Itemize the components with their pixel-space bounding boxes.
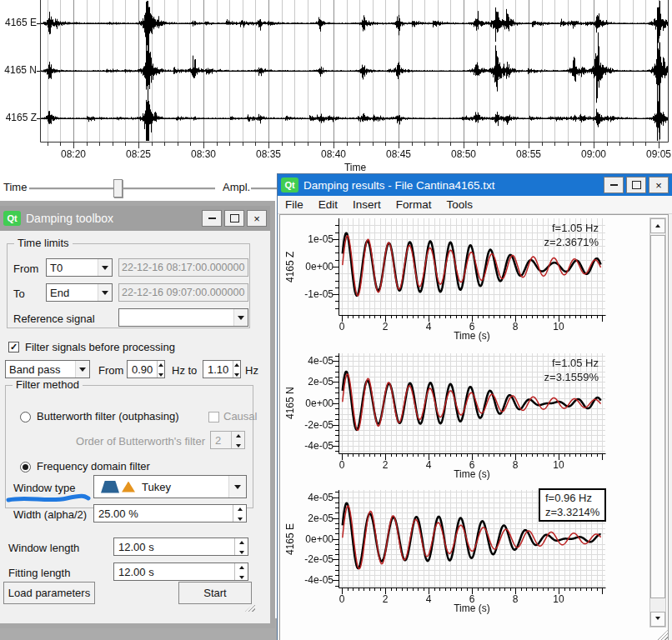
minimize-button[interactable]	[604, 177, 624, 193]
minimize-icon	[208, 218, 216, 219]
time-slider-handle[interactable]	[113, 179, 123, 198]
frequency-domain-label: Frequency domain filter	[37, 460, 150, 472]
arrow-down-icon	[655, 617, 660, 622]
application-screen: 4165 E4165 N4165 Z08:2008:2508:3008:3508…	[0, 0, 672, 640]
butterworth-order-label: Order of Butterworth's filter	[75, 435, 205, 448]
arrow-up-icon	[655, 222, 660, 228]
highlight-underline-annotation	[5, 493, 92, 505]
menu-item-tools[interactable]: Tools	[439, 198, 481, 211]
chevron-down-icon[interactable]	[233, 309, 248, 326]
scroll-up-button[interactable]	[650, 218, 665, 233]
spin-down-icon[interactable]	[235, 548, 248, 557]
low-frequency-spinbox[interactable]: 0.90	[127, 360, 165, 378]
reference-signal-combo[interactable]	[118, 308, 248, 327]
toolbox-title: Damping toolbox	[26, 212, 202, 225]
start-button[interactable]: Start	[178, 582, 252, 604]
menu-item-format[interactable]: Format	[389, 198, 439, 211]
vertical-scrollbar[interactable]	[649, 218, 666, 628]
window-type-combo[interactable]: Tukey	[93, 475, 247, 498]
from-combo-value: T0	[47, 259, 98, 276]
spin-up-icon[interactable]	[235, 538, 248, 548]
menu-item-file[interactable]: File	[278, 198, 311, 211]
frequency-domain-radio[interactable]	[20, 462, 31, 472]
triangle-window-icon	[122, 482, 135, 492]
menu-item-insert[interactable]: Insert	[345, 198, 389, 211]
high-frequency-spinbox[interactable]: 1.10	[203, 360, 241, 378]
spin-down-icon[interactable]	[233, 514, 246, 523]
width-alpha-value: 25.00 %	[94, 505, 233, 522]
ampl-slider-label: Ampl.	[223, 181, 250, 193]
close-button[interactable]: ×	[247, 210, 267, 227]
reference-signal-label: Reference signal	[13, 312, 95, 325]
close-button[interactable]: ×	[649, 177, 669, 193]
fitting-length-spinbox[interactable]: 12.00 s	[113, 562, 248, 581]
spin-down-icon[interactable]	[235, 572, 248, 582]
spin-up-icon	[232, 432, 244, 441]
toolbox-content: Time limits From T0 22-12-16 08:17:00.00…	[0, 231, 270, 623]
fitting-length-value: 12.00 s	[114, 563, 234, 580]
scrollbar-thumb[interactable]	[650, 235, 665, 598]
band-from-label: From	[98, 364, 123, 377]
butterworth-order-value: 2	[211, 432, 231, 448]
from-datetime-field: 22-12-16 08:17:00.000000	[118, 258, 248, 277]
damping-plot-z-canvas	[325, 212, 615, 333]
butterworth-label: Butterworth filter (outphasing)	[37, 410, 179, 422]
scroll-down-button[interactable]	[650, 612, 665, 627]
damping-plot-n-canvas	[325, 347, 615, 472]
qt-logo-icon: Qt	[281, 178, 298, 192]
maximize-icon	[632, 181, 641, 189]
spin-up-icon[interactable]	[235, 563, 248, 572]
butterworth-radio[interactable]	[20, 412, 31, 422]
filter-type-combo[interactable]: Band pass	[5, 360, 90, 378]
fitting-length-label: Fitting length	[8, 567, 70, 579]
minimize-button[interactable]	[202, 210, 222, 227]
hz-unit-label: Hz	[245, 364, 258, 377]
spin-up-icon[interactable]	[233, 361, 240, 370]
menu-item-edit[interactable]: Edit	[311, 198, 345, 211]
filter-signals-checkbox[interactable]: ✓	[8, 342, 19, 352]
load-parameters-button[interactable]: Load parameters	[3, 582, 95, 604]
maximize-button[interactable]	[626, 177, 646, 193]
width-alpha-spinbox[interactable]: 25.00 %	[93, 504, 247, 522]
damping-plot-e-canvas	[325, 483, 615, 606]
chevron-down-icon[interactable]	[98, 284, 112, 301]
spin-down-icon	[232, 441, 244, 450]
maximize-button[interactable]	[224, 210, 244, 227]
seismogram-canvas[interactable]	[0, 0, 672, 173]
chevron-down-icon[interactable]	[75, 361, 89, 378]
time-slider-label: Time	[3, 181, 27, 193]
to-combo[interactable]: End	[46, 283, 113, 302]
low-frequency-value: 0.90	[128, 361, 157, 378]
results-titlebar[interactable]: Qt Damping results - File Cantina4165.tx…	[278, 174, 672, 196]
window-length-spinbox[interactable]: 12.00 s	[113, 538, 248, 556]
to-datetime-field: 22-12-16 09:07:00.000000	[118, 283, 248, 302]
qt-logo-icon: Qt	[3, 211, 21, 226]
causal-label: Causal	[223, 410, 257, 422]
causal-checkbox	[208, 412, 219, 422]
high-frequency-value: 1.10	[203, 361, 233, 378]
spin-up-icon[interactable]	[158, 361, 164, 370]
maximize-icon	[230, 214, 239, 222]
butterworth-order-spinbox: 2	[210, 431, 245, 449]
spin-down-icon[interactable]	[233, 370, 240, 379]
spin-up-icon[interactable]	[233, 505, 246, 514]
results-title: Damping results - File Cantina4165.txt	[303, 179, 604, 192]
tukey-window-icon	[101, 481, 119, 493]
filter-method-group-label: Filter method	[13, 378, 83, 391]
to-combo-value: End	[47, 284, 98, 301]
spin-down-icon[interactable]	[158, 370, 164, 379]
chevron-down-icon[interactable]	[228, 476, 246, 498]
window-length-value: 12.00 s	[114, 538, 234, 555]
filter-type-value: Band pass	[6, 361, 75, 378]
check-icon: ✓	[10, 342, 18, 352]
damping-toolbox-window: Qt Damping toolbox × Time limits From T0…	[0, 201, 275, 628]
filter-signals-label: Filter signals before processing	[25, 341, 175, 353]
window-type-value: Tukey	[142, 481, 171, 493]
from-combo[interactable]: T0	[46, 258, 113, 277]
chevron-down-icon[interactable]	[98, 259, 112, 276]
from-label: From	[13, 262, 38, 275]
hz-to-label: Hz to	[172, 364, 197, 377]
toolbox-titlebar[interactable]: Qt Damping toolbox ×	[0, 206, 270, 231]
window-length-label: Window length	[8, 542, 79, 554]
time-limits-group-label: Time limits	[14, 237, 73, 249]
